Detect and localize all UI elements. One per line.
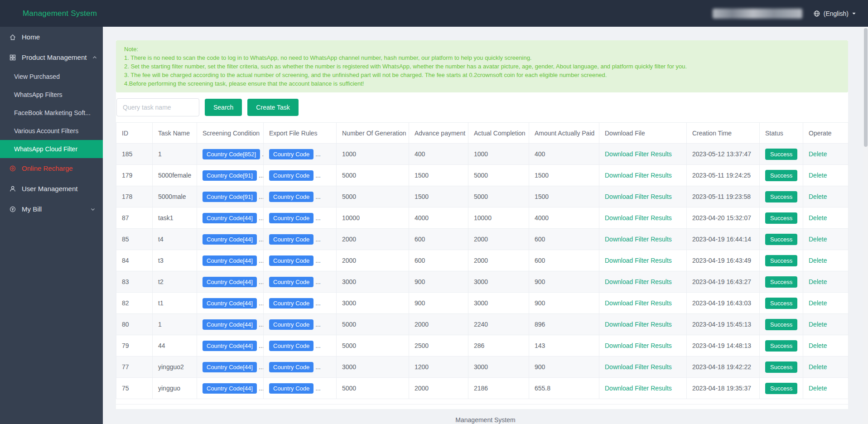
cell-download-file: Download Filter Results xyxy=(599,229,687,250)
cell-task-name: t3 xyxy=(153,250,197,271)
cell-export-file-rules: Country Code... xyxy=(264,293,337,314)
export-rule-badge: Country Code xyxy=(269,362,313,372)
table-body: 185 1 Country Code[852]... Country Code.… xyxy=(116,144,849,399)
tasks-table: ID Task Name Screening Condition Export … xyxy=(116,122,849,399)
vertical-scrollbar-thumb[interactable] xyxy=(864,28,868,147)
delete-link[interactable]: Delete xyxy=(809,321,827,328)
delete-link[interactable]: Delete xyxy=(809,214,827,222)
cell-number-of-generation: 5000 xyxy=(337,165,409,186)
cell-screening-condition: Country Code[44]... xyxy=(197,314,264,335)
truncation-ellipsis: ... xyxy=(315,193,321,200)
note-line-3: 3. The fee will be charged according to … xyxy=(124,71,840,79)
create-task-button[interactable]: Create Task xyxy=(247,99,298,116)
cell-status: Success xyxy=(760,293,803,314)
status-badge: Success xyxy=(765,383,797,394)
sidebar-item-various-account-filters[interactable]: Various Account Filters xyxy=(0,122,103,140)
sidebar-item-view-purchased[interactable]: View Purchased xyxy=(0,67,103,86)
export-rule-badge: Country Code xyxy=(269,213,313,223)
cell-operate: Delete xyxy=(803,165,849,186)
delete-link[interactable]: Delete xyxy=(809,342,827,349)
cell-number-of-generation: 5000 xyxy=(337,186,409,207)
download-filter-results-link[interactable]: Download Filter Results xyxy=(605,363,672,371)
col-creation-time: Creation Time xyxy=(687,123,760,144)
delete-link[interactable]: Delete xyxy=(809,257,827,264)
download-filter-results-link[interactable]: Download Filter Results xyxy=(605,299,672,307)
cell-task-name: t4 xyxy=(153,229,197,250)
download-filter-results-link[interactable]: Download Filter Results xyxy=(605,172,672,179)
status-badge: Success xyxy=(765,276,797,288)
user-menu[interactable] xyxy=(713,9,802,19)
cell-advance-payment: 900 xyxy=(409,271,468,293)
delete-link[interactable]: Delete xyxy=(809,385,827,392)
delete-link[interactable]: Delete xyxy=(809,278,827,285)
truncation-ellipsis: ... xyxy=(315,236,321,243)
sidebar-item-online-recharge[interactable]: Online Recharge xyxy=(0,158,103,178)
truncation-ellipsis: ... xyxy=(315,150,321,158)
download-filter-results-link[interactable]: Download Filter Results xyxy=(605,321,672,328)
download-filter-results-link[interactable]: Download Filter Results xyxy=(605,342,672,349)
cell-number-of-generation: 5000 xyxy=(337,378,409,399)
vertical-scrollbar-track[interactable] xyxy=(863,27,868,424)
cell-amount-actually-paid: 600 xyxy=(529,250,599,271)
delete-link[interactable]: Delete xyxy=(809,150,827,158)
search-input[interactable] xyxy=(116,98,199,116)
delete-link[interactable]: Delete xyxy=(809,236,827,243)
export-rule-badge: Country Code xyxy=(269,234,313,245)
sidebar-item-whatsapp-cloud-filter[interactable]: WhatsApp Cloud Filter xyxy=(0,140,103,158)
cell-status: Success xyxy=(760,207,803,229)
table-row: 82 t1 Country Code[44]... Country Code..… xyxy=(116,293,849,314)
cell-id: 75 xyxy=(116,378,153,399)
note-title: Note: xyxy=(124,45,840,53)
download-filter-results-link[interactable]: Download Filter Results xyxy=(605,236,672,243)
col-export-file-rules: Export File Rules xyxy=(264,123,337,144)
cell-number-of-generation: 3000 xyxy=(337,357,409,378)
download-filter-results-link[interactable]: Download Filter Results xyxy=(605,214,672,222)
cell-task-name: 5000female xyxy=(153,165,197,186)
status-badge: Success xyxy=(765,361,797,373)
download-filter-results-link[interactable]: Download Filter Results xyxy=(605,257,672,264)
sidebar-item-product-management[interactable]: Product Management xyxy=(0,47,103,67)
search-button[interactable]: Search xyxy=(205,99,242,116)
truncation-ellipsis: ... xyxy=(259,278,264,285)
cell-creation-time: 2023-04-19 16:43:03 xyxy=(687,293,760,314)
export-rule-badge: Country Code xyxy=(269,277,313,287)
cell-status: Success xyxy=(760,144,803,165)
download-filter-results-link[interactable]: Download Filter Results xyxy=(605,150,672,158)
delete-link[interactable]: Delete xyxy=(809,363,827,371)
truncation-ellipsis: ... xyxy=(315,278,321,285)
cell-actual-completion: 3000 xyxy=(468,357,529,378)
cell-task-name: 1 xyxy=(153,144,197,165)
col-screening-condition: Screening Condition xyxy=(197,123,264,144)
cell-actual-completion: 2240 xyxy=(468,314,529,335)
sidebar-item-user-management[interactable]: User Management xyxy=(0,178,103,199)
language-selector[interactable]: (English) xyxy=(813,10,856,17)
delete-link[interactable]: Delete xyxy=(809,299,827,307)
col-task-name: Task Name xyxy=(153,123,197,144)
download-filter-results-link[interactable]: Download Filter Results xyxy=(605,193,672,200)
cell-actual-completion: 2000 xyxy=(468,250,529,271)
delete-link[interactable]: Delete xyxy=(809,172,827,179)
cell-creation-time: 2023-05-11 19:24:25 xyxy=(687,165,760,186)
chevron-down-icon xyxy=(90,207,96,212)
cell-actual-completion: 286 xyxy=(468,335,529,357)
recharge-icon xyxy=(9,165,16,172)
sidebar-item-my-bill[interactable]: My Bill xyxy=(0,199,103,219)
download-filter-results-link[interactable]: Download Filter Results xyxy=(605,385,672,392)
cell-screening-condition: Country Code[44]... xyxy=(197,207,264,229)
download-filter-results-link[interactable]: Download Filter Results xyxy=(605,278,672,285)
cell-status: Success xyxy=(760,250,803,271)
cell-amount-actually-paid: 655.8 xyxy=(529,378,599,399)
delete-link[interactable]: Delete xyxy=(809,193,827,200)
sidebar-item-whatsapp-filters[interactable]: WhatsApp Filters xyxy=(0,86,103,104)
cell-operate: Delete xyxy=(803,293,849,314)
cell-export-file-rules: Country Code... xyxy=(264,378,337,399)
sidebar-item-facebook-marketing[interactable]: FaceBook Marketing Soft... xyxy=(0,104,103,122)
export-rule-badge: Country Code xyxy=(269,319,313,330)
cell-advance-payment: 600 xyxy=(409,229,468,250)
cell-creation-time: 2023-04-20 15:32:07 xyxy=(687,207,760,229)
cell-number-of-generation: 2000 xyxy=(337,229,409,250)
cell-operate: Delete xyxy=(803,229,849,250)
cell-id: 77 xyxy=(116,357,153,378)
content-card: Note: 1. There is no need to scan the co… xyxy=(116,40,848,409)
sidebar-item-home[interactable]: Home xyxy=(0,27,103,47)
